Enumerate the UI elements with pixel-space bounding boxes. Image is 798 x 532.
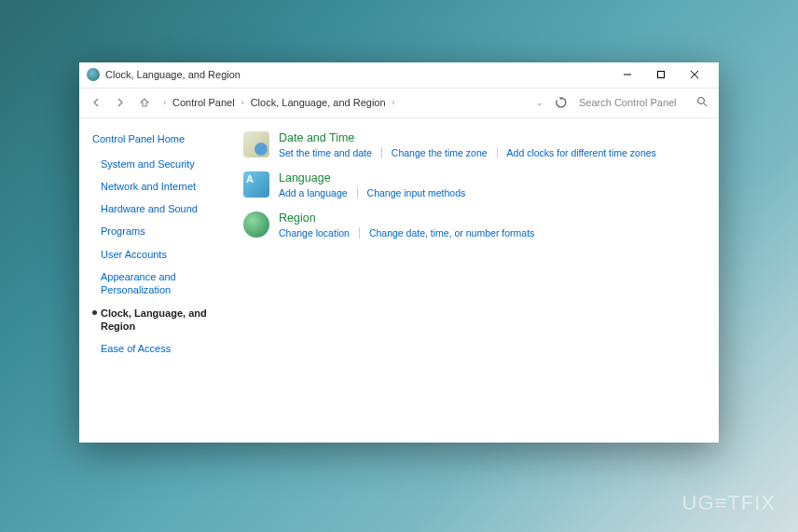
sidebar-item[interactable]: Hardware and Sound xyxy=(92,202,219,215)
category-row: LanguageAdd a languageChange input metho… xyxy=(243,171,704,198)
sidebar: Control Panel Home System and SecurityNe… xyxy=(79,118,228,443)
sidebar-item-label: Ease of Access xyxy=(101,342,171,355)
nav-bar: › Control Panel › Clock, Language, and R… xyxy=(79,89,719,118)
search-input[interactable]: Search Control Panel xyxy=(573,92,713,113)
close-button[interactable] xyxy=(678,62,711,87)
sidebar-item[interactable]: System and Security xyxy=(92,157,219,171)
back-button[interactable] xyxy=(85,91,107,114)
breadcrumb-item[interactable]: Control Panel xyxy=(170,95,238,110)
svg-line-5 xyxy=(704,103,707,106)
sidebar-item-label: System and Security xyxy=(101,157,195,171)
titlebar: Clock, Language, and Region xyxy=(79,62,719,89)
sidebar-item[interactable]: Appearance and Personalization xyxy=(92,270,219,297)
category-title-link[interactable]: Language xyxy=(279,171,704,184)
category-link[interactable]: Add clocks for different time zones xyxy=(507,147,656,158)
search-icon xyxy=(696,96,708,109)
sidebar-item-label: Hardware and Sound xyxy=(101,202,198,215)
sidebar-item[interactable]: Network and Internet xyxy=(92,180,219,193)
bullet-icon xyxy=(92,310,97,315)
category-link[interactable]: Change location xyxy=(279,227,360,239)
address-dropdown[interactable]: ⌄ xyxy=(530,98,549,107)
category-row: Date and TimeSet the time and dateChange… xyxy=(243,131,704,158)
svg-rect-1 xyxy=(658,72,665,78)
datetime-icon xyxy=(243,131,269,157)
sidebar-item[interactable]: Clock, Language, and Region xyxy=(92,307,219,334)
sidebar-item[interactable]: Ease of Access xyxy=(92,342,219,355)
main-content: Date and TimeSet the time and dateChange… xyxy=(228,118,719,443)
sidebar-item-label: Network and Internet xyxy=(101,180,196,193)
sidebar-item-label: Appearance and Personalization xyxy=(101,270,219,297)
forward-button[interactable] xyxy=(109,91,131,114)
category-links: Set the time and dateChange the time zon… xyxy=(279,147,704,158)
category-link[interactable]: Change the time zone xyxy=(392,147,498,158)
category-link[interactable]: Add a language xyxy=(279,187,358,198)
chevron-right-icon: › xyxy=(391,98,397,107)
region-icon xyxy=(243,211,269,238)
svg-point-4 xyxy=(698,98,705,104)
chevron-right-icon: › xyxy=(240,98,246,107)
category-link[interactable]: Change date, time, or number formats xyxy=(369,227,534,239)
control-panel-window: Clock, Language, and Region › Control Pa… xyxy=(79,62,719,443)
category-body: Date and TimeSet the time and dateChange… xyxy=(279,131,704,158)
search-placeholder: Search Control Panel xyxy=(579,97,696,108)
category-row: RegionChange locationChange date, time, … xyxy=(243,211,704,239)
breadcrumb[interactable]: › Control Panel › Clock, Language, and R… xyxy=(158,92,529,113)
language-icon xyxy=(243,171,269,198)
watermark: UG≡TFIX xyxy=(682,491,777,515)
sidebar-item-label: User Accounts xyxy=(101,248,167,261)
breadcrumb-item[interactable]: Clock, Language, and Region xyxy=(248,95,389,110)
category-title-link[interactable]: Region xyxy=(279,211,704,225)
category-links: Add a languageChange input methods xyxy=(279,187,704,198)
app-icon xyxy=(87,68,100,81)
up-button[interactable] xyxy=(133,91,156,114)
category-link[interactable]: Set the time and date xyxy=(279,147,382,158)
sidebar-item-label: Clock, Language, and Region xyxy=(101,307,219,334)
category-body: RegionChange locationChange date, time, … xyxy=(279,211,704,239)
maximize-button[interactable] xyxy=(644,62,678,87)
sidebar-home-link[interactable]: Control Panel Home xyxy=(92,133,219,144)
sidebar-item[interactable]: Programs xyxy=(92,225,219,238)
sidebar-item-label: Programs xyxy=(101,225,145,238)
category-links: Change locationChange date, time, or num… xyxy=(279,227,704,239)
sidebar-item[interactable]: User Accounts xyxy=(92,248,219,261)
window-controls xyxy=(611,62,711,87)
chevron-right-icon: › xyxy=(161,98,168,107)
body-area: Control Panel Home System and SecurityNe… xyxy=(79,118,719,443)
category-title-link[interactable]: Date and Time xyxy=(279,131,704,144)
minimize-button[interactable] xyxy=(611,62,644,87)
refresh-button[interactable] xyxy=(551,92,571,113)
window-title: Clock, Language, and Region xyxy=(105,69,611,80)
category-body: LanguageAdd a languageChange input metho… xyxy=(279,171,704,198)
category-link[interactable]: Change input methods xyxy=(367,187,466,198)
